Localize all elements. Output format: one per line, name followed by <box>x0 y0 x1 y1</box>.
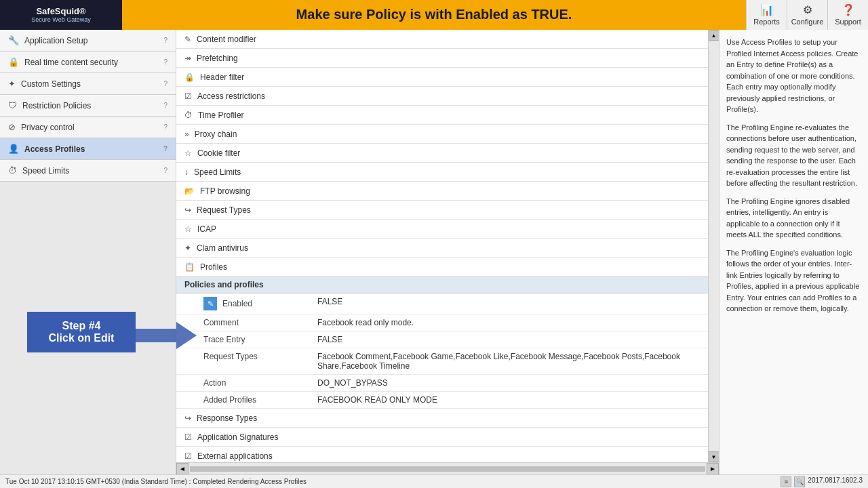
header-filter-row[interactable]: 🔒 Header filter <box>176 68 708 87</box>
scroll-left-button[interactable]: ◄ <box>176 463 189 475</box>
scroll-track[interactable] <box>709 41 719 451</box>
configure-label: Configure <box>791 18 824 26</box>
edit-button[interactable]: ✎ <box>203 297 217 310</box>
prefetching-row[interactable]: ↠ Prefetching <box>176 49 708 68</box>
configure-icon: ⚙ <box>803 3 812 16</box>
response-types-icon: ↪ <box>184 413 191 423</box>
vertical-scrollbar[interactable]: ▲ ▼ <box>708 30 719 462</box>
request-types-policy-label: Request Types <box>176 348 312 375</box>
sidebar-item-speed-limits[interactable]: ⏱ Speed Limits ? <box>0 160 176 182</box>
sidebar-item-label: Application Setup <box>24 36 87 45</box>
enabled-label: Enabled <box>222 299 252 308</box>
content-and-scroll: ✎ Content modifier ↠ Prefetching 🔒 Heade… <box>176 30 719 462</box>
sidebar-item-application-setup[interactable]: 🔧 Application Setup ? <box>0 30 176 52</box>
content-modifier-icon: ✎ <box>184 35 191 44</box>
content-modifier-row[interactable]: ✎ Content modifier <box>176 30 708 49</box>
support-button[interactable]: ❓ Support <box>827 0 868 30</box>
scroll-up-button[interactable]: ▲ <box>709 30 719 41</box>
reports-button[interactable]: 📊 Reports <box>746 0 787 30</box>
scroll-bar-track[interactable] <box>190 466 705 472</box>
ftp-browsing-row[interactable]: 📂 FTP browsing <box>176 182 708 201</box>
sidebar-item-label: Restriction Policies <box>22 101 91 110</box>
right-panel-p2: The Profiling Engine re-evaluates the co… <box>726 122 861 189</box>
access-restrictions-label: Access restrictions <box>197 92 265 101</box>
icap-label: ICAP <box>197 224 216 234</box>
logo-sub: Secure Web Gateway <box>31 16 90 23</box>
help-icon[interactable]: ? <box>163 167 167 174</box>
external-apps-label: External applications <box>197 451 273 461</box>
icap-row[interactable]: ☆ ICAP <box>176 220 708 239</box>
sidebar-item-custom-settings[interactable]: ✦ Custom Settings ? <box>0 73 176 95</box>
sidebar-item-label: Speed Limits <box>22 166 69 176</box>
time-profiler-row[interactable]: ⏱ Time Profiler <box>176 106 708 125</box>
speed-limits-content-icon: ↓ <box>184 167 189 177</box>
step-arrow <box>136 322 197 349</box>
support-label: Support <box>835 18 861 26</box>
help-icon[interactable]: ? <box>163 102 167 109</box>
comment-label: Comment <box>176 314 312 331</box>
sidebar: 🔧 Application Setup ? 🔒 Real time conten… <box>0 30 176 474</box>
clam-antivirus-row[interactable]: ✦ Clam antivirus <box>176 239 708 258</box>
request-types-policy-value: Facebook Comment,Facebook Game,Facebook … <box>312 348 708 375</box>
content-modifier-label: Content modifier <box>197 35 256 44</box>
main: 🔧 Application Setup ? 🔒 Real time conten… <box>0 30 868 474</box>
request-types-label: Request Types <box>197 205 251 215</box>
configure-button[interactable]: ⚙ Configure <box>787 0 827 30</box>
help-icon[interactable]: ? <box>163 145 167 152</box>
scroll-right-button[interactable]: ► <box>707 463 719 475</box>
header-filter-icon: 🔒 <box>184 73 195 82</box>
logo-text: SafeSquid® <box>31 6 90 16</box>
content: ✎ Content modifier ↠ Prefetching 🔒 Heade… <box>176 30 708 462</box>
cookie-filter-icon: ☆ <box>184 148 192 158</box>
help-icon[interactable]: ? <box>163 37 167 44</box>
proxy-chain-icon: » <box>184 129 189 139</box>
request-types-icon: ↪ <box>184 205 191 215</box>
time-profiler-label: Time Profiler <box>198 110 244 120</box>
comment-value: Facebook read only mode. <box>312 314 708 331</box>
prefetching-label: Prefetching <box>197 54 238 63</box>
profiles-row[interactable]: 📋 Profiles <box>176 258 708 277</box>
status-text: Tue Oct 10 2017 13:10:15 GMT+0530 (India… <box>5 478 307 485</box>
access-restrictions-row[interactable]: ☑ Access restrictions <box>176 87 708 106</box>
status-icon-search[interactable]: 🔍 <box>794 476 805 487</box>
logo-area: SafeSquid® Secure Web Gateway <box>0 0 122 30</box>
proxy-chain-row[interactable]: » Proxy chain <box>176 125 708 144</box>
access-profiles-icon: 👤 <box>8 144 19 154</box>
speed-limits-row[interactable]: ↓ Speed Limits <box>176 163 708 182</box>
ftp-icon: 📂 <box>184 186 195 196</box>
right-panel-p3: The Profiling Engine ignores disabled en… <box>726 196 861 241</box>
privacy-icon: ⊘ <box>8 122 16 132</box>
sidebar-item-privacy-control[interactable]: ⊘ Privacy control ? <box>0 117 176 138</box>
policy-table: ✎ Enabled FALSE Comment Facebook read on… <box>176 293 708 409</box>
clam-label: Clam antivirus <box>197 243 248 253</box>
request-types-row[interactable]: ↪ Request Types <box>176 201 708 220</box>
response-types-row[interactable]: ↪ Response Types <box>176 409 708 428</box>
action-value: DO_NOT_BYPASS <box>312 375 708 392</box>
trace-label: Trace Entry <box>176 331 312 348</box>
application-signatures-row[interactable]: ☑ Application Signatures <box>176 428 708 447</box>
horizontal-scrollbar[interactable]: ◄ ► <box>176 462 719 474</box>
external-applications-row[interactable]: ☑ External applications <box>176 447 708 462</box>
help-icon[interactable]: ? <box>163 58 167 66</box>
realtime-icon: 🔒 <box>8 57 19 67</box>
sidebar-item-realtime-content[interactable]: 🔒 Real time content security ? <box>0 52 176 73</box>
support-icon: ❓ <box>842 3 855 16</box>
action-row: Action DO_NOT_BYPASS <box>176 375 708 392</box>
help-icon[interactable]: ? <box>163 80 167 87</box>
help-icon[interactable]: ? <box>163 123 167 131</box>
scroll-down-button[interactable]: ▼ <box>709 451 719 462</box>
header: SafeSquid® Secure Web Gateway Make sure … <box>0 0 868 30</box>
app-signatures-label: Application Signatures <box>197 432 278 442</box>
request-types-policy-row: Request Types Facebook Comment,Facebook … <box>176 348 708 375</box>
prefetching-icon: ↠ <box>184 54 191 63</box>
sidebar-item-restriction-policies[interactable]: 🛡 Restriction Policies ? <box>0 95 176 117</box>
status-icon-menu[interactable]: ≡ <box>781 476 791 487</box>
profiles-label: Profiles <box>200 262 227 272</box>
step-line1: Step #4 <box>39 320 123 332</box>
application-setup-icon: 🔧 <box>8 35 19 45</box>
banner-text: Make sure Policy is with Enabled as TRUE… <box>296 7 572 22</box>
added-profiles-value: FACEBOOK READ ONLY MODE <box>312 392 708 409</box>
cookie-filter-row[interactable]: ☆ Cookie filter <box>176 144 708 163</box>
sidebar-item-access-profiles[interactable]: 👤 Access Profiles ? <box>0 138 176 160</box>
custom-settings-icon: ✦ <box>8 79 16 89</box>
